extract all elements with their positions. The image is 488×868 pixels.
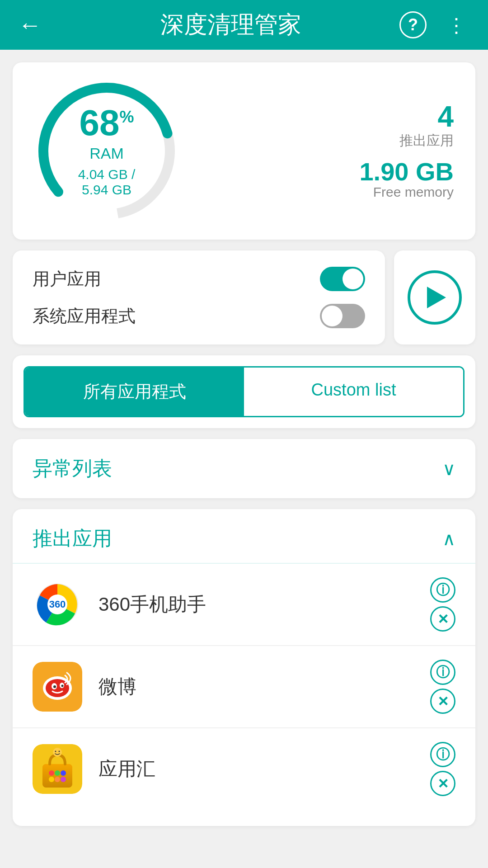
help-button[interactable]: ? bbox=[399, 11, 427, 38]
pushed-apps-chevron-up-icon: ∧ bbox=[442, 528, 455, 549]
ram-percent-display: 68% RAM 4.04 GB / 5.94 GB bbox=[70, 105, 143, 198]
pushed-apps-title: 推出应用 bbox=[33, 525, 112, 552]
app-icon-appstore bbox=[33, 744, 82, 794]
close-button-weibo[interactable]: ✕ bbox=[430, 689, 455, 714]
info-button-weibo[interactable]: ⓘ bbox=[430, 660, 455, 685]
user-app-label: 用户应用 bbox=[33, 268, 101, 291]
svg-point-24 bbox=[55, 751, 56, 752]
app-item-360: 360 360手机助手 ⓘ ✕ bbox=[13, 564, 475, 646]
ram-app-count: 4 推出应用 bbox=[399, 102, 454, 150]
more-menu-button[interactable]: ⋮ bbox=[443, 11, 470, 38]
app-icon-360: 360 bbox=[33, 580, 82, 629]
svg-point-20 bbox=[49, 777, 54, 782]
svg-point-17 bbox=[49, 770, 54, 776]
pushed-apps-card: 推出应用 ∧ bbox=[13, 509, 475, 826]
app-name-weibo: 微博 bbox=[99, 674, 430, 699]
svg-point-18 bbox=[55, 770, 60, 776]
app-actions-appstore: ⓘ ✕ bbox=[430, 742, 455, 796]
app-title: 深度清理管家 bbox=[55, 9, 407, 41]
svg-point-19 bbox=[61, 770, 66, 776]
ram-free-label: Free memory bbox=[359, 184, 454, 200]
play-button-card[interactable] bbox=[394, 250, 475, 344]
app-header: ← 深度清理管家 ? ⋮ bbox=[0, 0, 488, 50]
close-button-appstore[interactable]: ✕ bbox=[430, 771, 455, 796]
user-app-row: 用户应用 bbox=[33, 267, 365, 291]
toggle-section: 用户应用 系统应用程式 bbox=[13, 250, 475, 344]
ram-app-number: 4 bbox=[399, 102, 454, 131]
ram-circle: 68% RAM 4.04 GB / 5.94 GB bbox=[34, 79, 179, 223]
abnormal-list-card: 异常列表 ∨ bbox=[13, 439, 475, 498]
system-app-row: 系统应用程式 bbox=[33, 304, 365, 328]
ram-app-label: 推出应用 bbox=[399, 131, 454, 150]
ram-right-info: 4 推出应用 1.90 GB Free memory bbox=[359, 102, 454, 200]
app-name-appstore: 应用汇 bbox=[99, 756, 430, 782]
ram-free-memory: 1.90 GB Free memory bbox=[359, 159, 454, 200]
app-actions-weibo: ⓘ ✕ bbox=[430, 660, 455, 714]
play-triangle-icon bbox=[427, 287, 446, 308]
play-circle-icon bbox=[408, 270, 462, 325]
app-item-weibo: 微博 ⓘ ✕ bbox=[13, 646, 475, 728]
system-app-toggle[interactable] bbox=[320, 304, 365, 328]
abnormal-list-title: 异常列表 bbox=[33, 455, 112, 482]
abnormal-chevron-down-icon: ∨ bbox=[442, 458, 455, 479]
all-apps-tab[interactable]: 所有应用程式 bbox=[25, 368, 244, 416]
pushed-apps-header[interactable]: 推出应用 ∧ bbox=[13, 525, 475, 564]
main-content: 68% RAM 4.04 GB / 5.94 GB 4 推出应用 1.90 GB… bbox=[0, 50, 488, 839]
svg-point-25 bbox=[59, 751, 60, 752]
ram-card: 68% RAM 4.04 GB / 5.94 GB 4 推出应用 1.90 GB… bbox=[13, 62, 475, 240]
close-button-360[interactable]: ✕ bbox=[430, 606, 455, 632]
info-button-appstore[interactable]: ⓘ bbox=[430, 742, 455, 767]
abnormal-list-header[interactable]: 异常列表 ∨ bbox=[33, 455, 455, 482]
svg-point-13 bbox=[61, 685, 64, 687]
svg-point-21 bbox=[55, 777, 60, 782]
app-icon-weibo bbox=[33, 662, 82, 712]
ram-label: RAM bbox=[70, 145, 143, 162]
custom-list-tab[interactable]: Custom list bbox=[244, 368, 463, 416]
user-app-toggle[interactable] bbox=[320, 267, 365, 291]
svg-point-22 bbox=[61, 777, 66, 782]
ram-free-value: 1.90 GB bbox=[359, 159, 454, 184]
app-actions-360: ⓘ ✕ bbox=[430, 577, 455, 632]
app-name-360: 360手机助手 bbox=[99, 592, 430, 617]
svg-text:360: 360 bbox=[49, 599, 66, 610]
toggle-card: 用户应用 系统应用程式 bbox=[13, 250, 385, 344]
header-actions: ? ⋮ bbox=[399, 11, 470, 38]
system-app-label: 系统应用程式 bbox=[33, 305, 136, 328]
ram-percent-value: 68% bbox=[70, 105, 143, 141]
info-button-360[interactable]: ⓘ bbox=[430, 577, 455, 603]
app-item-appstore: 应用汇 ⓘ ✕ bbox=[13, 728, 475, 810]
svg-point-23 bbox=[53, 748, 62, 757]
tab-selector: 所有应用程式 Custom list bbox=[23, 366, 465, 417]
back-button[interactable]: ← bbox=[18, 11, 42, 38]
tab-selector-card: 所有应用程式 Custom list bbox=[13, 355, 475, 428]
ram-usage: 4.04 GB / 5.94 GB bbox=[70, 167, 143, 198]
svg-point-12 bbox=[53, 685, 56, 688]
